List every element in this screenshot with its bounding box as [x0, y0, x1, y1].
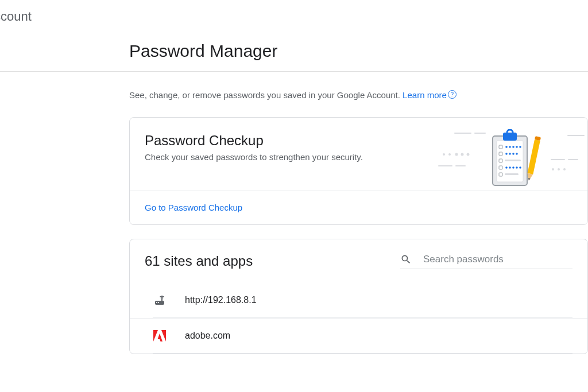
site-name: http://192.168.8.1 — [185, 295, 257, 305]
svg-rect-39 — [551, 159, 565, 160]
svg-point-0 — [443, 153, 445, 156]
svg-point-43 — [563, 168, 566, 170]
svg-point-14 — [505, 146, 508, 148]
svg-point-23 — [516, 153, 518, 155]
sites-count-title: 61 sites and apps — [145, 253, 253, 269]
svg-point-4 — [467, 153, 470, 156]
svg-point-30 — [516, 166, 518, 169]
page-title: Password Manager — [129, 41, 588, 61]
svg-marker-37 — [528, 178, 531, 181]
svg-rect-5 — [454, 133, 471, 134]
search-input[interactable] — [423, 254, 572, 265]
sites-card: 61 sites and apps http://192.168.8.1 — [129, 239, 588, 354]
svg-point-17 — [516, 146, 518, 148]
search-container[interactable] — [400, 254, 572, 269]
svg-point-31 — [519, 166, 521, 169]
page-description: See, change, or remove passwords you sav… — [129, 90, 588, 100]
svg-point-28 — [509, 166, 511, 169]
help-icon[interactable]: ? — [448, 90, 457, 99]
svg-marker-44 — [153, 330, 158, 341]
svg-point-41 — [552, 168, 554, 170]
svg-point-1 — [448, 153, 451, 156]
svg-rect-11 — [503, 133, 517, 141]
sites-list: http://192.168.8.1 adobe.com — [130, 283, 587, 354]
svg-marker-45 — [161, 330, 166, 341]
site-row[interactable]: http://192.168.8.1 — [130, 283, 587, 317]
svg-point-15 — [509, 146, 511, 148]
go-to-checkup-link[interactable]: Go to Password Checkup — [145, 203, 242, 212]
svg-point-27 — [505, 166, 508, 169]
svg-point-42 — [558, 168, 560, 170]
svg-point-2 — [455, 153, 458, 156]
site-name: adobe.com — [185, 331, 230, 341]
svg-rect-40 — [568, 159, 578, 160]
svg-point-16 — [512, 146, 514, 148]
svg-point-22 — [512, 153, 514, 155]
site-row[interactable]: adobe.com — [130, 318, 587, 353]
description-text: See, change, or remove passwords you sav… — [129, 90, 403, 100]
svg-point-29 — [512, 166, 514, 169]
search-icon — [400, 254, 412, 265]
svg-rect-7 — [438, 165, 452, 166]
svg-point-21 — [509, 153, 511, 155]
checkup-subtitle: Check your saved passwords to strengthen… — [145, 152, 363, 162]
checkup-illustration — [438, 129, 587, 195]
svg-rect-6 — [474, 133, 486, 134]
row-divider — [153, 353, 572, 354]
svg-rect-25 — [505, 160, 521, 161]
svg-marker-46 — [158, 333, 163, 341]
checkup-title: Password Checkup — [145, 133, 363, 149]
svg-rect-8 — [455, 165, 466, 166]
svg-point-18 — [519, 146, 521, 148]
password-checkup-card: Password Checkup Check your saved passwo… — [129, 117, 588, 225]
svg-rect-34 — [528, 139, 540, 174]
adobe-icon — [153, 329, 167, 343]
svg-point-20 — [505, 153, 508, 155]
account-label: ccount — [0, 9, 588, 24]
svg-point-3 — [461, 153, 464, 156]
svg-rect-38 — [567, 135, 585, 136]
learn-more-link[interactable]: Learn more — [403, 90, 447, 100]
router-icon — [153, 293, 167, 307]
svg-rect-33 — [505, 173, 519, 175]
